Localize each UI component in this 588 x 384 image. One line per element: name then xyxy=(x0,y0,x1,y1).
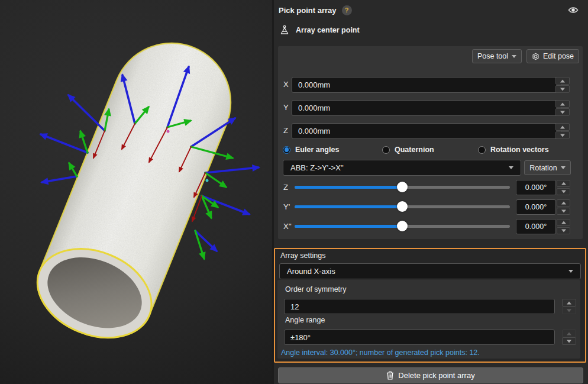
array-axis-value: Around X-axis xyxy=(287,267,335,276)
spin-down-button[interactable] xyxy=(555,108,570,116)
spin-down-button[interactable] xyxy=(555,85,570,93)
spin-up-button[interactable] xyxy=(555,77,570,85)
z-spinner xyxy=(555,123,570,139)
chevron-down-icon xyxy=(509,166,513,169)
help-icon[interactable]: ? xyxy=(342,5,352,15)
app-window: Pick point array ? Array center point Po… xyxy=(0,0,588,384)
gear-icon xyxy=(532,53,539,60)
slider-fill xyxy=(295,186,402,189)
rotation-label: Rotation xyxy=(529,164,557,172)
z-angle-value[interactable]: 0.000° xyxy=(516,180,556,195)
spin-up-button[interactable] xyxy=(562,330,576,337)
spin-up-button[interactable] xyxy=(562,299,576,306)
spin-down-button[interactable] xyxy=(557,227,570,234)
z-input[interactable]: 0.000mm xyxy=(292,123,561,139)
order-spinner xyxy=(562,299,576,314)
array-settings-subpanel: Order of symmetry 12 Angle range ±180° xyxy=(277,280,580,359)
spin-up-button[interactable] xyxy=(557,180,570,187)
radio-label: Rotation vectors xyxy=(490,146,549,154)
radio-label: Euler angles xyxy=(295,146,339,154)
edit-pose-button[interactable]: Edit pose xyxy=(526,49,579,63)
spin-down-button[interactable] xyxy=(562,306,576,314)
coordinate-row-x: X 0.000mm xyxy=(278,77,583,93)
array-center-point-row: Array center point xyxy=(279,25,360,36)
x-spinner xyxy=(555,77,570,93)
3d-viewport[interactable] xyxy=(0,0,273,384)
slider-fill xyxy=(295,225,402,228)
rotation-type-radios: Euler angles Quaternion Rotation vectors xyxy=(278,146,583,156)
pose-tool-button[interactable]: Pose tool xyxy=(472,49,522,63)
array-settings-title: Array settings xyxy=(280,251,325,260)
array-axis-select[interactable]: Around X-axis xyxy=(279,263,581,279)
pick-point-array-panel: Pick point array ? Array center point Po… xyxy=(274,0,588,384)
angle-range-spinner xyxy=(562,330,576,345)
radio-button xyxy=(382,146,390,154)
rotation-dropdown-button[interactable]: Rotation xyxy=(524,160,571,175)
y-input[interactable]: 0.000mm xyxy=(292,100,561,116)
coordinate-row-z: Z 0.000mm xyxy=(278,123,583,139)
slider-row-x2: X'' 0.000° xyxy=(278,220,583,233)
slider-label: X'' xyxy=(283,222,292,231)
radio-quaternion[interactable]: Quaternion xyxy=(382,146,434,154)
y1-angle-value[interactable]: 0.000° xyxy=(516,199,556,215)
slider-handle[interactable] xyxy=(397,201,408,212)
angle-spinner xyxy=(557,199,570,215)
chevron-down-icon xyxy=(561,166,566,169)
chevron-down-icon xyxy=(568,270,573,273)
order-of-symmetry-label: Order of symmetry xyxy=(285,285,347,293)
radio-rotation-vectors[interactable]: Rotation vectors xyxy=(478,146,549,154)
spin-up-button[interactable] xyxy=(555,123,570,131)
x2-rotation-slider[interactable] xyxy=(295,225,510,228)
order-of-symmetry-field: 12 xyxy=(284,299,576,314)
slider-row-z: Z 0.000° xyxy=(278,181,583,194)
radio-label: Quaternion xyxy=(395,146,434,154)
slider-label: Y' xyxy=(283,202,290,211)
z-rotation-slider[interactable] xyxy=(295,186,510,189)
angle-range-field: ±180° xyxy=(284,330,576,345)
page-title: Pick point array xyxy=(279,6,337,15)
order-of-symmetry-input[interactable]: 12 xyxy=(284,299,555,314)
y-label: Y xyxy=(283,103,289,112)
chevron-down-icon xyxy=(512,55,516,58)
radio-button xyxy=(478,146,486,154)
angle-spinner xyxy=(557,219,570,234)
euler-convention-value: ABB: Z->Y'->X'' xyxy=(290,163,344,172)
x-label: X xyxy=(283,80,289,89)
coordinate-row-y: Y 0.000mm xyxy=(278,100,583,116)
x2-angle-value[interactable]: 0.000° xyxy=(516,219,556,234)
radio-euler-angles[interactable]: Euler angles xyxy=(283,146,339,154)
point-cloud-scene xyxy=(0,0,273,384)
z-label: Z xyxy=(283,126,288,135)
edit-pose-label: Edit pose xyxy=(543,52,574,60)
angle-range-label: Angle range xyxy=(285,316,325,324)
radio-button xyxy=(283,146,290,154)
panel-header: Pick point array ? xyxy=(279,4,352,16)
x-input[interactable]: 0.000mm xyxy=(292,77,561,93)
slider-row-y1: Y' 0.000° xyxy=(278,201,583,214)
spin-down-button[interactable] xyxy=(557,188,570,195)
spin-down-button[interactable] xyxy=(555,131,570,139)
tube-object xyxy=(20,20,254,360)
angle-interval-info: Angle interval: 30.000°; number of gener… xyxy=(281,348,480,357)
pose-tool-label: Pose tool xyxy=(477,52,508,60)
pose-group: Pose tool Edit pose X 0.000mm xyxy=(278,46,583,239)
spin-down-button[interactable] xyxy=(562,337,576,345)
array-settings-group: Array settings Around X-axis Order of sy… xyxy=(274,248,586,363)
trash-icon xyxy=(386,371,394,380)
section-title: Array center point xyxy=(296,26,360,34)
slider-handle[interactable] xyxy=(397,182,408,192)
spin-down-button[interactable] xyxy=(557,208,570,215)
euler-convention-select[interactable]: ABB: Z->Y'->X'' xyxy=(283,160,521,176)
spin-up-button[interactable] xyxy=(555,100,570,108)
spin-up-button[interactable] xyxy=(557,199,570,206)
y1-rotation-slider[interactable] xyxy=(295,205,510,208)
angle-range-input[interactable]: ±180° xyxy=(284,330,555,345)
y-spinner xyxy=(555,100,570,116)
spin-up-button[interactable] xyxy=(557,219,570,226)
visibility-eye-icon[interactable] xyxy=(568,6,579,14)
center-point-icon xyxy=(279,25,290,36)
delete-pick-point-array-button[interactable]: Delete pick point array xyxy=(278,367,583,383)
angle-spinner xyxy=(557,180,570,195)
slider-fill xyxy=(295,205,402,208)
slider-handle[interactable] xyxy=(397,221,408,231)
